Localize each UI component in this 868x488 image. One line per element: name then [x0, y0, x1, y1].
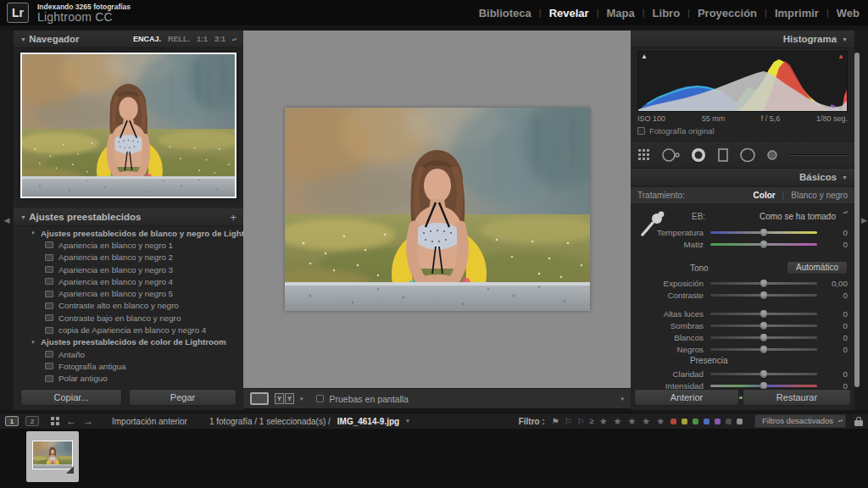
group-disclosure-icon[interactable]: ▼	[31, 230, 36, 236]
star-icon[interactable]: ★	[642, 416, 651, 427]
previous-photo-icon[interactable]: ←	[66, 415, 76, 427]
shadows-slider[interactable]	[710, 324, 817, 327]
group-disclosure-icon[interactable]: ▼	[31, 340, 36, 345]
main-window-button[interactable]: 1	[5, 416, 19, 426]
flag-unflagged-icon[interactable]: ⚐	[565, 417, 572, 426]
main-photo[interactable]	[285, 108, 590, 311]
filmstrip-source[interactable]: Importación anterior	[112, 417, 187, 426]
crop-tool-icon[interactable]	[637, 148, 651, 162]
histogram-display[interactable]: ▲ ▲	[637, 51, 848, 112]
module-develop[interactable]: Revelar	[549, 7, 589, 19]
original-photo-checkbox[interactable]	[637, 127, 645, 135]
grid-view-icon[interactable]	[51, 417, 59, 425]
spot-removal-tool-icon[interactable]	[661, 147, 680, 163]
reset-button[interactable]: Restaurar	[743, 389, 851, 406]
right-panel-scrollbar[interactable]	[854, 53, 860, 387]
basics-header[interactable]: Básicos ▼	[631, 169, 854, 186]
before-after-menu-icon[interactable]: ▾	[300, 396, 303, 402]
module-web[interactable]: Web	[837, 7, 860, 19]
zoom-ratio-selector-icon[interactable]: ▴▾	[232, 37, 236, 41]
slider-handle[interactable]	[760, 241, 767, 248]
color-label-purple[interactable]	[715, 419, 721, 424]
loupe-view-icon[interactable]	[250, 392, 269, 405]
slider-handle[interactable]	[760, 280, 767, 287]
navigator-header[interactable]: ▼ Navegador ENCAJ. RELL. 1:1 3:1 ▴▾	[14, 30, 243, 48]
treatment-bw-option[interactable]: Blanco y negro	[791, 191, 848, 200]
slider-handle[interactable]	[760, 229, 767, 236]
next-photo-icon[interactable]: →	[83, 415, 93, 427]
wb-preset-dropdown[interactable]: Como se ha tomado	[760, 212, 836, 221]
collapse-left-icon[interactable]: ◀	[4, 216, 10, 225]
copy-button[interactable]: Copiar...	[20, 389, 122, 406]
treatment-color-option[interactable]: Color	[754, 191, 776, 200]
preset-item[interactable]: Apariencia en blanco y negro 1	[14, 239, 243, 251]
preset-item[interactable]: Apariencia en blanco y negro 2	[14, 252, 243, 263]
filter-lock-icon[interactable]	[854, 417, 863, 426]
blacks-slider[interactable]	[710, 348, 817, 351]
slider-handle[interactable]	[760, 322, 767, 330]
collapse-right-icon[interactable]: ▶	[861, 216, 867, 225]
star-icon[interactable]: ★	[656, 416, 665, 427]
shadow-clipping-icon[interactable]: ▲	[641, 53, 648, 60]
red-eye-tool-icon[interactable]	[690, 147, 707, 164]
star-icon[interactable]: ★	[614, 416, 623, 427]
module-print[interactable]: Imprimir	[775, 7, 819, 19]
add-preset-button[interactable]: +	[230, 211, 236, 224]
previous-button[interactable]: Anterior	[634, 389, 739, 406]
navigator-preview[interactable]	[20, 53, 236, 198]
filter-preset-dropdown[interactable]: Filtros desactivados ▴▾	[754, 414, 846, 428]
slider-handle[interactable]	[760, 346, 767, 353]
flag-pick-icon[interactable]: ⚑	[552, 417, 559, 426]
before-after-left-icon[interactable]: Y	[275, 393, 284, 404]
preset-item[interactable]: Contraste bajo en blanco y negro	[14, 312, 243, 324]
color-label-none[interactable]	[737, 419, 743, 424]
tint-slider[interactable]	[710, 243, 817, 246]
second-window-button[interactable]: 2	[25, 416, 39, 426]
exposure-slider[interactable]	[710, 282, 817, 285]
module-map[interactable]: Mapa	[607, 7, 635, 19]
preset-item[interactable]: Apariencia en blanco y negro 3	[14, 263, 243, 275]
graduated-filter-tool-icon[interactable]	[717, 147, 729, 163]
slider-handle[interactable]	[760, 291, 767, 299]
color-label-green[interactable]	[693, 419, 698, 424]
histogram-header[interactable]: Histograma ▼	[631, 30, 854, 48]
whites-slider[interactable]	[710, 336, 817, 339]
module-book[interactable]: Libro	[653, 7, 681, 19]
slider-handle[interactable]	[760, 334, 767, 341]
temperature-slider[interactable]	[710, 231, 817, 234]
preset-item[interactable]: Apariencia en blanco y negro 4	[14, 275, 243, 287]
preset-group[interactable]: ▼ Ajustes preestablecidos de blanco y ne…	[14, 227, 243, 239]
paste-button[interactable]: Pegar	[129, 389, 236, 406]
preset-item[interactable]: copia de Apariencia en blanco y negro 4	[14, 324, 243, 336]
toolbar-options-icon[interactable]: ▾	[620, 396, 624, 402]
flag-reject-icon[interactable]: ⚐	[577, 417, 585, 426]
preset-item[interactable]: Apariencia en blanco y negro 5	[14, 287, 243, 299]
filmstrip-thumbnail-selected[interactable]	[26, 431, 79, 482]
preset-item[interactable]: Polar antiguo	[14, 373, 243, 385]
soft-proof-checkbox[interactable]	[316, 395, 324, 402]
adjustment-brush-tool-icon[interactable]	[766, 149, 778, 161]
clarity-slider[interactable]	[710, 373, 817, 375]
module-library[interactable]: Biblioteca	[479, 7, 531, 19]
zoom-ratio-option[interactable]: 3:1	[214, 35, 225, 43]
rating-gte-icon[interactable]: ≥	[590, 417, 594, 425]
preset-item[interactable]: Contraste alto en blanco y negro	[14, 300, 243, 312]
color-label-custom[interactable]	[726, 419, 732, 424]
preset-item[interactable]: Fotografía antigua	[14, 360, 243, 372]
color-label-blue[interactable]	[704, 419, 709, 424]
before-after-right-icon[interactable]: Y	[285, 393, 294, 404]
color-label-red[interactable]	[670, 419, 676, 424]
left-panel-collapse-rail[interactable]: ◀	[0, 30, 14, 410]
highlight-clipping-icon[interactable]: ▲	[837, 53, 844, 60]
zoom-fill-option[interactable]: RELL.	[168, 35, 190, 43]
wb-dropdown-icon[interactable]: ▴▾	[843, 210, 848, 214]
slider-handle[interactable]	[760, 370, 767, 378]
module-slideshow[interactable]: Proyección	[698, 7, 757, 19]
contrast-slider[interactable]	[710, 294, 817, 297]
star-icon[interactable]: ★	[627, 416, 637, 427]
radial-filter-tool-icon[interactable]	[739, 147, 756, 163]
zoom-fit-option[interactable]: ENCAJ.	[133, 35, 161, 43]
color-label-yellow[interactable]	[682, 419, 687, 424]
vibrance-slider[interactable]	[710, 385, 817, 387]
star-icon[interactable]: ★	[599, 416, 609, 427]
